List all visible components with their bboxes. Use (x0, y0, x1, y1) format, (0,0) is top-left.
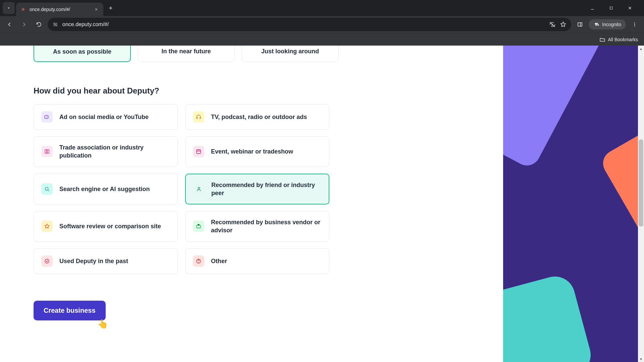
minimize-button[interactable] (585, 3, 600, 13)
svg-point-11 (198, 187, 200, 189)
tab-strip: ✳ once.deputy.com/#/ (0, 0, 644, 16)
scroll-down-button[interactable]: ▼ (638, 356, 644, 362)
incognito-icon (593, 21, 599, 27)
search-icon (41, 183, 53, 195)
option-label: Trade association or industry publicatio… (59, 143, 170, 160)
timing-option-looking[interactable]: Just looking around (241, 46, 339, 62)
tab-search-button[interactable] (3, 2, 15, 14)
timing-label: As soon as possible (53, 48, 111, 55)
book-icon (41, 146, 53, 157)
close-window-button[interactable] (623, 3, 637, 13)
source-option-other[interactable]: Other (185, 248, 329, 274)
option-label: Event, webinar or tradeshow (211, 147, 293, 156)
browser-tab[interactable]: ✳ once.deputy.com/#/ (16, 3, 103, 16)
option-label: Used Deputy in the past (59, 257, 128, 265)
source-option-event[interactable]: Event, webinar or tradeshow (185, 136, 329, 167)
decorative-shape (503, 46, 611, 170)
source-options: Ad on social media or YouTube TV, podcas… (34, 104, 470, 274)
address-bar[interactable]: once.deputy.com/#/ (48, 18, 571, 31)
option-label: TV, podcast, radio or outdoor ads (211, 113, 307, 121)
back-button[interactable] (3, 18, 15, 31)
option-label: Ad on social media or YouTube (59, 113, 149, 121)
svg-rect-4 (578, 23, 582, 26)
reload-button[interactable] (33, 18, 45, 31)
decorative-panel (503, 46, 644, 362)
calendar-icon (193, 146, 204, 157)
briefcase-icon (193, 221, 204, 232)
bookmarks-bar: All Bookmarks (0, 33, 644, 46)
svg-point-15 (198, 262, 199, 263)
arrow-left-icon (6, 21, 13, 28)
source-option-social[interactable]: Ad on social media or YouTube (34, 104, 178, 130)
option-label: Recommended by friend or industry peer (211, 181, 321, 197)
svg-point-7 (634, 25, 635, 26)
create-business-button[interactable]: Create business (34, 301, 106, 320)
timing-option-asap[interactable]: As soon as possible (34, 46, 131, 62)
svg-point-10 (45, 187, 48, 190)
folder-icon (599, 37, 605, 43)
video-icon (41, 111, 53, 123)
eye-off-icon[interactable] (549, 21, 556, 28)
new-tab-button[interactable] (105, 2, 117, 14)
person-icon (193, 183, 205, 195)
question-icon (193, 255, 204, 267)
decorative-shape (503, 272, 595, 362)
menu-button[interactable] (629, 18, 641, 31)
timing-options: As soon as possible In the near future J… (34, 46, 470, 62)
kebab-icon (632, 21, 638, 27)
scroll-thumb[interactable] (639, 139, 643, 227)
source-option-tv[interactable]: TV, podcast, radio or outdoor ads (185, 104, 329, 130)
source-option-search[interactable]: Search engine or AI suggestion (34, 174, 178, 205)
svg-rect-12 (197, 225, 201, 228)
star-icon[interactable] (560, 21, 567, 28)
browser-chrome: ✳ once.deputy.com/#/ once.deputy.com/#/ (0, 0, 644, 46)
side-panel-button[interactable] (574, 18, 586, 31)
main-content: As soon as possible In the near future J… (0, 46, 503, 362)
window-controls (585, 3, 641, 13)
option-label: Recommended by business vendor or adviso… (211, 218, 322, 235)
star-icon (41, 221, 53, 232)
create-business-label: Create business (44, 307, 96, 314)
browser-toolbar: once.deputy.com/#/ Incognito (0, 16, 644, 33)
url-text: once.deputy.com/#/ (62, 21, 109, 27)
reload-icon (36, 21, 42, 27)
headphones-icon (193, 111, 204, 123)
scrollbar[interactable]: ▲ ▼ (638, 46, 644, 362)
site-info-icon[interactable] (52, 21, 58, 27)
close-icon (628, 6, 632, 10)
question-heading: How did you hear about Deputy? (34, 86, 470, 96)
all-bookmarks-label: All Bookmarks (608, 37, 638, 42)
close-tab-button[interactable] (93, 6, 99, 12)
svg-rect-9 (197, 150, 201, 154)
decorative-shape (598, 125, 644, 275)
panel-icon (577, 21, 583, 27)
svg-point-2 (55, 24, 56, 25)
forward-button[interactable] (18, 18, 30, 31)
all-bookmarks-button[interactable]: All Bookmarks (599, 37, 638, 43)
svg-rect-0 (610, 7, 612, 9)
source-option-vendor[interactable]: Recommended by business vendor or adviso… (185, 211, 329, 242)
check-circle-icon (41, 255, 53, 267)
arrow-right-icon (21, 21, 28, 28)
close-icon (94, 7, 98, 11)
favicon-icon: ✳ (20, 6, 26, 12)
source-option-friend[interactable]: Recommended by friend or industry peer (185, 174, 329, 205)
source-option-past[interactable]: Used Deputy in the past (34, 248, 178, 274)
svg-point-3 (56, 25, 57, 26)
source-option-review[interactable]: Software review or comparison site (34, 211, 178, 242)
page-body: As soon as possible In the near future J… (0, 46, 644, 362)
source-option-trade[interactable]: Trade association or industry publicatio… (34, 136, 178, 167)
scroll-up-button[interactable]: ▲ (638, 46, 644, 52)
maximize-button[interactable] (604, 3, 619, 13)
incognito-indicator[interactable]: Incognito (589, 19, 626, 29)
maximize-icon (609, 6, 613, 10)
timing-label: Just looking around (261, 48, 319, 55)
tab-title: once.deputy.com/#/ (30, 7, 90, 12)
option-label: Software review or comparison site (59, 222, 161, 230)
svg-point-6 (634, 24, 635, 25)
timing-option-near-future[interactable]: In the near future (138, 46, 235, 62)
svg-point-5 (634, 22, 635, 23)
timing-label: In the near future (161, 48, 211, 55)
svg-point-13 (45, 259, 49, 263)
minimize-icon (590, 6, 595, 10)
